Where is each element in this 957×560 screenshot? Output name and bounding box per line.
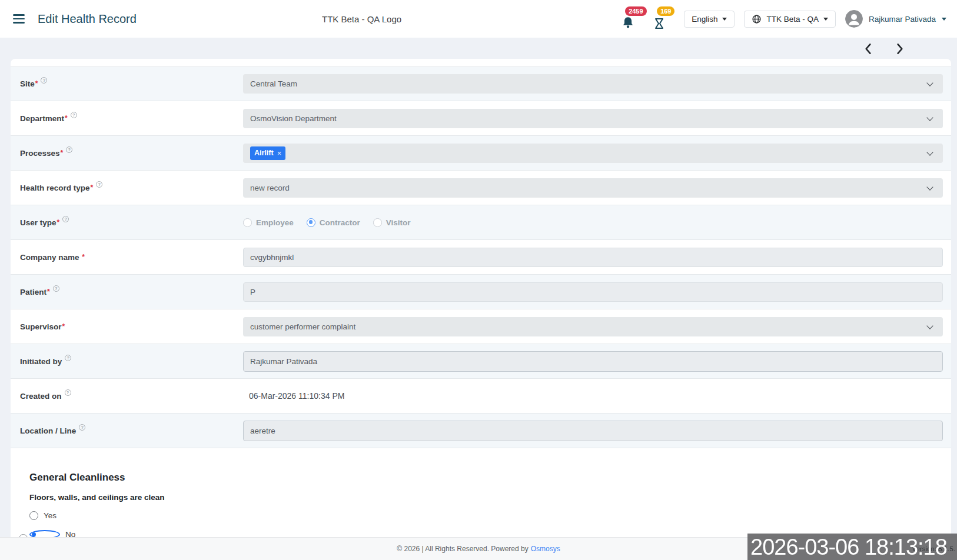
help-icon[interactable]: ? <box>66 146 72 153</box>
help-icon[interactable]: ? <box>41 77 47 84</box>
help-icon[interactable]: ? <box>53 285 59 292</box>
notifications-bell-button[interactable]: 2459 <box>620 6 643 32</box>
field-label: User type <box>20 218 57 227</box>
field-row-user-type: User type*? Employee Contractor Visitor <box>11 205 951 240</box>
general-cleanliness-section: General Cleanliness Floors, walls, and c… <box>11 448 951 539</box>
chevron-down-icon <box>942 18 946 21</box>
field-label: Site <box>20 79 35 88</box>
company-name-input[interactable] <box>243 248 943 267</box>
tenant-selected: TTK Beta - QA <box>766 15 819 24</box>
chevron-down-icon <box>926 114 933 121</box>
user-menu[interactable]: Rajkumar Pativada <box>845 10 946 28</box>
globe-icon <box>752 14 762 24</box>
department-value: OsmoVision Department <box>250 114 337 123</box>
department-select[interactable]: OsmoVision Department <box>243 109 943 128</box>
help-icon[interactable]: ? <box>62 216 69 222</box>
field-label: Patient <box>20 288 46 296</box>
field-row-processes: Processes*? Airlift × <box>11 136 951 171</box>
chip-label: Airlift <box>254 149 274 157</box>
notification-count-badge: 2459 <box>625 6 646 16</box>
chevron-down-icon <box>926 184 933 190</box>
field-label: Processes <box>20 149 60 158</box>
bell-icon <box>620 15 636 31</box>
initiated-by-input[interactable] <box>243 351 943 372</box>
language-dropdown[interactable]: English <box>684 11 735 28</box>
person-icon <box>845 10 863 28</box>
process-chip[interactable]: Airlift × <box>250 146 285 160</box>
pending-count-badge: 169 <box>657 6 674 16</box>
radio-label: Employee <box>256 218 294 227</box>
section-title: General Cleanliness <box>29 472 951 484</box>
help-icon[interactable]: ? <box>96 181 102 188</box>
radio-icon <box>243 218 252 227</box>
timestamp-overlay: Version: 5.1.5. 2026-03-06 18:13:18 <box>747 534 957 560</box>
remove-chip-icon[interactable]: × <box>277 149 282 158</box>
required-mark: * <box>57 218 60 226</box>
help-icon[interactable]: ? <box>65 389 71 396</box>
avatar <box>845 10 863 28</box>
user-name: Rajkumar Pativada <box>869 15 936 24</box>
location-line-input[interactable] <box>243 421 943 441</box>
chevron-down-icon <box>926 322 933 329</box>
required-mark: * <box>91 184 94 192</box>
field-label: Supervisor <box>20 322 62 331</box>
field-row-created-on: Created on? 06-Mar-2026 11:10:34 PM <box>11 379 951 414</box>
field-label: Department <box>20 114 64 123</box>
field-row-initiated-by: Initiated by? <box>11 344 951 379</box>
field-row-location-line: Location / Line? <box>11 414 951 448</box>
page: Edit Health Record TTK Beta - QA Logo 24… <box>0 0 957 560</box>
help-icon[interactable]: ? <box>71 112 77 118</box>
hourglass-icon <box>652 16 666 31</box>
osmosys-link[interactable]: Osmosys <box>531 545 560 553</box>
field-row-company-name: Company name * <box>11 240 951 275</box>
required-mark: * <box>82 253 85 261</box>
tenant-dropdown[interactable]: TTK Beta - QA <box>744 11 836 28</box>
required-mark: * <box>65 114 68 122</box>
radio-icon <box>373 218 382 227</box>
help-icon[interactable]: ? <box>79 424 85 431</box>
timestamp-text: 2026-03-06 18:13:18 <box>750 534 947 560</box>
menu-icon[interactable] <box>11 12 27 26</box>
field-label: Created on <box>20 392 62 401</box>
chevron-down-icon <box>926 79 933 86</box>
patient-input[interactable] <box>243 282 943 302</box>
radio-label: Yes <box>44 511 57 520</box>
user-type-visitor-radio[interactable]: Visitor <box>373 218 411 227</box>
language-selected: English <box>692 15 717 24</box>
radio-icon <box>29 511 38 520</box>
user-type-employee-radio[interactable]: Employee <box>243 218 294 227</box>
form-card: Site*? Central Team Department*? OsmoVis… <box>11 59 951 560</box>
next-record-button[interactable] <box>892 41 908 56</box>
supervisor-value: customer performer complaint <box>250 322 355 331</box>
page-title: Edit Health Record <box>38 12 137 26</box>
site-select[interactable]: Central Team <box>243 74 943 94</box>
site-value: Central Team <box>250 79 297 88</box>
cleanliness-yes-radio[interactable]: Yes <box>29 511 951 521</box>
help-icon[interactable]: ? <box>65 355 71 361</box>
user-type-contractor-radio[interactable]: Contractor <box>307 218 360 227</box>
radio-selected-icon <box>307 218 315 227</box>
field-row-department: Department*? OsmoVision Department <box>11 101 951 136</box>
chevron-down-icon <box>722 18 727 21</box>
created-on-value: 06-Mar-2026 11:10:34 PM <box>243 391 344 401</box>
health-record-type-select[interactable]: new record <box>243 178 943 198</box>
field-label: Initiated by <box>20 357 62 366</box>
field-label: Health record type <box>20 184 90 192</box>
prev-record-button[interactable] <box>860 41 876 56</box>
required-mark: * <box>61 149 64 157</box>
required-mark: * <box>62 322 65 331</box>
app-logo: TTK Beta - QA Logo <box>322 14 401 24</box>
field-row-supervisor: Supervisor* customer performer complaint <box>11 309 951 344</box>
field-row-health-record-type: Health record type*? new record <box>11 171 951 205</box>
app-header: Edit Health Record TTK Beta - QA Logo 24… <box>0 0 957 38</box>
processes-multiselect[interactable]: Airlift × <box>243 144 943 163</box>
field-row-site: Site*? Central Team <box>11 66 951 101</box>
chevron-right-icon <box>895 42 905 55</box>
chevron-left-icon <box>863 42 873 55</box>
section-question: Floors, walls, and ceilings are clean <box>29 493 951 502</box>
pending-tasks-button[interactable]: 169 <box>652 6 674 32</box>
field-label: Location / Line <box>20 426 76 435</box>
required-mark: * <box>35 79 38 88</box>
health-record-type-value: new record <box>250 184 290 192</box>
supervisor-select[interactable]: customer performer complaint <box>243 317 943 336</box>
